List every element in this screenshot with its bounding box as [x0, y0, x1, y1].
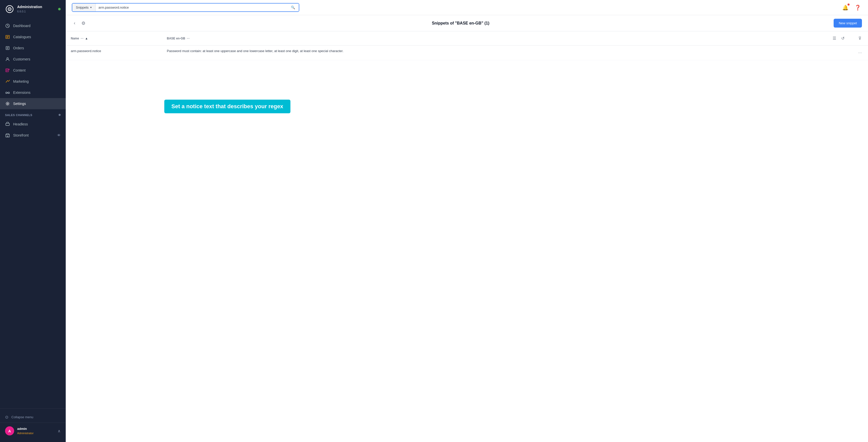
collapse-menu-btn[interactable]: ⊙ Collapse menu: [0, 412, 66, 422]
sort-icon[interactable]: ▲: [85, 37, 88, 40]
help-icon: ❓: [855, 5, 861, 10]
list-view-btn[interactable]: ☰: [831, 34, 838, 42]
dashboard-label: Dashboard: [13, 24, 31, 28]
new-snippet-button[interactable]: New snippet: [834, 19, 862, 28]
snippet-name-cell: arm.password.notice: [66, 46, 162, 60]
catalogues-icon: [5, 34, 10, 39]
svg-rect-9: [8, 92, 9, 93]
sidebar-logo: Administration 6.6.0.1: [0, 0, 66, 18]
avatar: A: [5, 426, 14, 436]
settings-sub-button[interactable]: ⚙: [80, 20, 88, 27]
marketing-icon: [5, 79, 10, 84]
base-en-col-options[interactable]: ···: [187, 36, 190, 40]
svg-point-2: [9, 9, 10, 9]
orders-label: Orders: [13, 46, 24, 50]
orders-icon: [5, 46, 10, 51]
svg-point-6: [7, 58, 8, 59]
snippet-more-btn[interactable]: ···: [856, 49, 864, 56]
storefront-label: Storefront: [13, 133, 29, 137]
sidebar-item-marketing[interactable]: Marketing: [0, 76, 66, 87]
add-sales-channel-icon[interactable]: ⊕: [58, 113, 61, 117]
snippet-name: arm.password.notice: [71, 49, 101, 53]
search-type-label: Snippets: [76, 5, 89, 9]
notification-badge: [847, 3, 849, 5]
col-base-en-header: BASE en-GB ···: [162, 31, 826, 46]
search-button[interactable]: 🔍: [287, 3, 299, 11]
notifications-button[interactable]: 🔔: [841, 3, 849, 11]
snippets-title: Snippets of "BASE en-GB" (1): [91, 21, 831, 26]
main-content: Snippets ▾ 🔍 🔔 ❓ ‹ ⚙ Snippets: [66, 0, 868, 442]
topbar-actions: 🔔 ❓: [841, 3, 862, 11]
table-container: Name ··· ▲ BASE en-GB ···: [66, 31, 868, 442]
topbar: Snippets ▾ 🔍 🔔 ❓: [66, 0, 868, 15]
search-icon: 🔍: [291, 5, 295, 9]
snippets-table: Name ··· ▲ BASE en-GB ···: [66, 31, 868, 60]
name-col-label: Name: [71, 37, 79, 40]
headless-label: Headless: [13, 122, 28, 126]
user-role: Administrator: [17, 432, 34, 435]
online-indicator: [58, 8, 61, 10]
sidebar-item-catalogues[interactable]: Catalogues: [0, 31, 66, 42]
sidebar-bottom: ⊙ Collapse menu A admin Administrator ∧: [0, 408, 66, 442]
user-name: admin: [17, 427, 34, 431]
sidebar: Administration 6.6.0.1 Dashboard: [0, 0, 66, 442]
filter-btn[interactable]: ⊽: [857, 34, 863, 42]
content-label: Content: [13, 68, 26, 72]
reset-btn[interactable]: ↺: [840, 34, 846, 42]
storefront-icon: [5, 133, 10, 138]
search-input[interactable]: [96, 3, 287, 11]
sidebar-item-dashboard[interactable]: Dashboard: [0, 20, 66, 31]
catalogues-label: Catalogues: [13, 35, 31, 39]
sidebar-item-settings[interactable]: Settings: [0, 98, 66, 109]
user-expand-icon[interactable]: ∧: [58, 429, 61, 434]
sidebar-item-orders[interactable]: Orders: [0, 42, 66, 54]
settings-label: Settings: [13, 102, 26, 106]
snippet-actions-cell: [826, 46, 851, 60]
sales-channels-section: Sales Channels ⊕: [0, 109, 66, 119]
help-button[interactable]: ❓: [854, 3, 862, 11]
sales-channels-title: Sales Channels: [5, 114, 32, 117]
snippet-more-cell: ···: [851, 46, 868, 60]
sidebar-item-customers[interactable]: Customers: [0, 54, 66, 65]
customers-label: Customers: [13, 57, 30, 61]
sub-header-nav: ‹ ⚙: [72, 20, 88, 27]
tooltip-banner: Set a notice text that describes your re…: [164, 100, 290, 113]
sidebar-item-storefront[interactable]: Storefront 👁: [0, 130, 66, 141]
sidebar-nav: Dashboard Catalogues Orders: [0, 18, 66, 408]
snippet-value: Password must contain: at least one uppe…: [167, 49, 343, 53]
snippets-content: ‹ ⚙ Snippets of "BASE en-GB" (1) New sni…: [66, 15, 868, 442]
new-snippet-label: New snippet: [839, 21, 857, 25]
col-list-view-header: ☰ ↺: [826, 31, 851, 46]
collapse-label: Collapse menu: [11, 415, 33, 419]
content-icon: [5, 68, 10, 73]
sub-header: ‹ ⚙ Snippets of "BASE en-GB" (1) New sni…: [66, 15, 868, 31]
collapse-icon: ⊙: [5, 415, 8, 419]
logo-icon: [5, 5, 14, 13]
back-button[interactable]: ‹: [72, 20, 78, 27]
sidebar-item-content[interactable]: Content: [0, 65, 66, 76]
settings-icon: [5, 101, 10, 106]
tooltip-text: Set a notice text that describes your re…: [172, 103, 283, 110]
search-type-dropdown[interactable]: Snippets ▾: [72, 3, 96, 11]
extensions-icon: [5, 90, 10, 95]
sidebar-logo-text: Administration 6.6.0.1: [17, 5, 42, 13]
sidebar-item-extensions[interactable]: Extensions: [0, 87, 66, 98]
sidebar-item-headless[interactable]: Headless: [0, 119, 66, 130]
app-name: Administration: [17, 5, 42, 9]
base-en-col-label: BASE en-GB: [167, 37, 185, 40]
name-col-options[interactable]: ···: [81, 36, 84, 40]
snippet-value-cell: Password must contain: at least one uppe…: [162, 46, 826, 60]
user-profile[interactable]: A admin Administrator ∧: [0, 422, 66, 439]
user-info: admin Administrator: [17, 427, 34, 435]
search-bar: Snippets ▾ 🔍: [72, 3, 299, 12]
table-row: arm.password.notice Password must contai…: [66, 46, 868, 60]
col-name-header: Name ··· ▲: [66, 31, 162, 46]
bell-icon: 🔔: [842, 5, 848, 10]
dropdown-chevron-icon: ▾: [90, 6, 92, 9]
app-version: 6.6.0.1: [17, 10, 26, 13]
storefront-eye-icon[interactable]: 👁: [57, 133, 61, 137]
headless-icon: [5, 122, 10, 127]
extensions-label: Extensions: [13, 90, 30, 94]
svg-rect-11: [6, 123, 9, 125]
col-filter-header: ⊽: [851, 31, 868, 46]
